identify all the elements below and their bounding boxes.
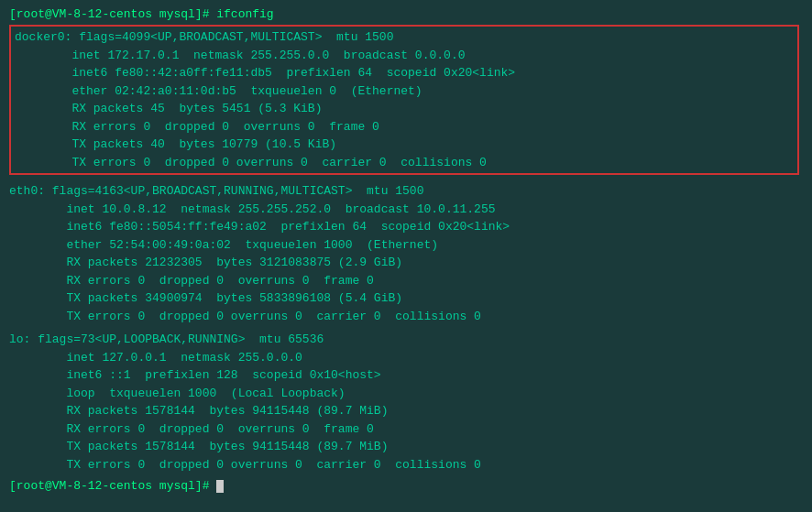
terminal: [root@VM-8-12-centos mysql]# ifconfig do… xyxy=(9,7,803,512)
lo-header: lo: flags=73<UP,LOOPBACK,RUNNING> mtu 65… xyxy=(9,331,803,349)
eth0-header: eth0: flags=4163<UP,BROADCAST,RUNNING,MU… xyxy=(9,182,803,201)
lo-line-7: TX errors 0 dropped 0 overruns 0 carrier… xyxy=(9,456,803,474)
prompt-text-1: [root@VM-8-12-centos mysql]# ifconfig xyxy=(9,7,274,21)
lo-line-2: inet6 ::1 prefixlen 128 scopeid 0x10<hos… xyxy=(9,366,803,385)
docker0-line-4: RX packets 45 bytes 5451 (5.3 KiB) xyxy=(15,100,794,118)
lo-line-6: TX packets 1578144 bytes 94115448 (89.7 … xyxy=(9,438,803,456)
eth0-line-5: RX errors 0 dropped 0 overruns 0 frame 0 xyxy=(9,272,803,290)
lo-line-4: RX packets 1578144 bytes 94115448 (89.7 … xyxy=(9,402,803,420)
docker0-line-2: inet6 fe80::42:a0ff:fe11:db5 prefixlen 6… xyxy=(15,64,794,82)
eth0-line-6: TX packets 34900974 bytes 5833896108 (5.… xyxy=(9,289,803,308)
docker0-block: docker0: flags=4099<UP,BROADCAST,MULTICA… xyxy=(9,25,799,175)
eth0-line-1: inet 10.0.8.12 netmask 255.255.252.0 bro… xyxy=(9,201,803,219)
docker0-line-3: ether 02:42:a0:11:0d:b5 txqueuelen 0 (Et… xyxy=(15,82,794,101)
lo-block: lo: flags=73<UP,LOOPBACK,RUNNING> mtu 65… xyxy=(9,331,803,474)
docker0-line-1: inet 172.17.0.1 netmask 255.255.0.0 broa… xyxy=(15,47,794,65)
lo-line-3: loop txqueuelen 1000 (Local Loopback) xyxy=(9,385,803,403)
eth0-line-7: TX errors 0 dropped 0 overruns 0 carrier… xyxy=(9,308,803,326)
prompt-text-2: [root@VM-8-12-centos mysql]# xyxy=(9,479,216,493)
lo-line-1: inet 127.0.0.1 netmask 255.0.0.0 xyxy=(9,349,803,367)
eth0-line-3: ether 52:54:00:49:0a:02 txqueuelen 1000 … xyxy=(9,236,803,255)
eth0-line-2: inet6 fe80::5054:ff:fe49:a02 prefixlen 6… xyxy=(9,218,803,236)
docker0-header: docker0: flags=4099<UP,BROADCAST,MULTICA… xyxy=(15,28,794,47)
prompt-line-2[interactable]: [root@VM-8-12-centos mysql]# xyxy=(9,479,803,493)
docker0-line-7: TX errors 0 dropped 0 overruns 0 carrier… xyxy=(15,154,794,172)
cursor xyxy=(216,480,224,493)
docker0-line-6: TX packets 40 bytes 10779 (10.5 KiB) xyxy=(15,136,794,154)
prompt-line-1: [root@VM-8-12-centos mysql]# ifconfig xyxy=(9,7,803,21)
docker0-line-5: RX errors 0 dropped 0 overruns 0 frame 0 xyxy=(15,118,794,136)
eth0-block: eth0: flags=4163<UP,BROADCAST,RUNNING,MU… xyxy=(9,182,803,325)
lo-line-5: RX errors 0 dropped 0 overruns 0 frame 0 xyxy=(9,420,803,439)
eth0-line-4: RX packets 21232305 bytes 3121083875 (2.… xyxy=(9,254,803,272)
